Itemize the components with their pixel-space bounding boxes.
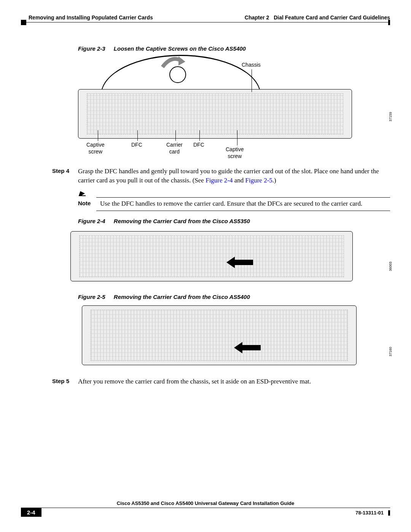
note-rule-bottom	[96, 211, 390, 211]
figure-number: Figure 2-4	[78, 218, 105, 224]
svg-marker-4	[234, 342, 261, 353]
header-left-marker	[21, 20, 26, 25]
chapter-title: Dial Feature Card and Carrier Card Guide…	[274, 14, 390, 21]
footer-marker	[388, 510, 390, 516]
pull-arrow-icon	[234, 341, 261, 354]
figure-caption: Figure 2-5 Removing the Carrier Card fro…	[78, 294, 390, 300]
step-5: Step 5 After you remove the carrier card…	[52, 377, 390, 386]
guide-title: Cisco AS5350 and Cisco AS5400 Universal …	[21, 500, 390, 506]
svg-rect-2	[79, 195, 86, 196]
chassis-illustration	[78, 89, 352, 139]
section-title: Removing and Installing Populated Carrie…	[21, 14, 153, 21]
page: Removing and Installing Populated Carrie…	[0, 0, 411, 532]
pull-arrow-icon	[226, 256, 253, 269]
svg-marker-3	[226, 257, 253, 268]
figure-code: 37160	[389, 347, 392, 356]
running-header: Removing and Installing Populated Carrie…	[21, 14, 390, 21]
figure-number: Figure 2-5	[78, 294, 105, 300]
step-body: Grasp the DFC handles and gently pull to…	[78, 167, 390, 185]
step-4: Step 4 Grasp the DFC handles and gently …	[52, 167, 390, 185]
step-label: Step 4	[52, 167, 78, 185]
page-footer: Cisco AS5350 and Cisco AS5400 Universal …	[21, 501, 390, 517]
svg-marker-1	[79, 191, 85, 196]
figure-title: Removing the Carrier Card from the Cisco…	[114, 218, 250, 224]
note-body: Use the DFC handles to remove the carrie…	[100, 199, 362, 209]
callout-captive-screw-right: Captive screw	[226, 146, 244, 160]
callout-dfc-left: DFC	[131, 142, 142, 149]
chapter-header: Chapter 2 Dial Feature Card and Carrier …	[245, 14, 390, 21]
step-label: Step 5	[52, 377, 78, 386]
figure-title: Loosen the Captive Screws on the Cisco A…	[114, 45, 246, 52]
callout-carrier-card: Carrier card	[166, 142, 183, 155]
header-right-marker	[388, 20, 390, 25]
figure-caption: Figure 2-3 Loosen the Captive Screws on …	[78, 45, 390, 52]
step-body: After you remove the carrier card from t…	[78, 377, 390, 386]
figure-code: 37159	[389, 112, 392, 121]
callout-captive-screw-left: Captive screw	[86, 142, 104, 155]
note-label: Note	[78, 199, 94, 209]
figure-2-4: 36003	[78, 227, 386, 288]
screwdriver-icon	[169, 66, 186, 83]
figure-number: Figure 2-3	[78, 45, 105, 52]
figure-2-5: 37160	[78, 303, 386, 372]
figure-title: Removing the Carrier Card from the Cisco…	[114, 294, 250, 300]
document-number: 78-13311-01	[355, 510, 384, 516]
figure-2-3: 37159 Chassis Captive screw DFC Carrier …	[78, 55, 386, 161]
chassis-illustration	[82, 305, 357, 365]
svg-marker-0	[178, 56, 185, 66]
note-rule-top	[96, 197, 390, 198]
callout-dfc-right: DFC	[193, 142, 204, 149]
figure-caption: Figure 2-4 Removing the Carrier Card fro…	[78, 218, 390, 224]
xref-figure-2-5[interactable]: Figure 2-5	[245, 177, 272, 184]
chassis-illustration	[70, 231, 353, 281]
figure-code: 36003	[389, 262, 392, 271]
callout-chassis: Chassis	[242, 62, 261, 69]
content: Figure 2-3 Loosen the Captive Screws on …	[21, 22, 390, 386]
chapter-label: Chapter 2	[245, 14, 269, 21]
note-pencil-icon	[78, 190, 86, 197]
note-block: Note Use the DFC handles to remove the c…	[78, 190, 390, 211]
xref-figure-2-4[interactable]: Figure 2-4	[206, 177, 233, 184]
page-number: 2-4	[21, 508, 41, 517]
